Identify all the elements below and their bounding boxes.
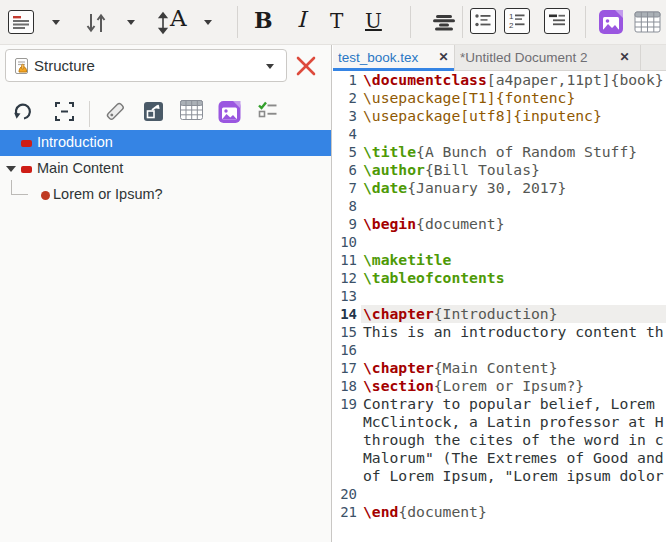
tab-label: *Untitled Document 2 [460, 50, 588, 65]
font-size-arrow-icon[interactable] [157, 11, 169, 35]
panel-toolbar-separator [89, 101, 90, 127]
code-line[interactable]: 15This is an introductory content th [333, 323, 666, 341]
code-line-text: This is an introductory content th [361, 323, 666, 341]
code-line[interactable]: McClintock, a Latin professor at H [333, 413, 666, 431]
references-icon[interactable] [84, 11, 108, 35]
code-line-text [361, 485, 666, 503]
toolbar-separator [585, 6, 586, 38]
code-line[interactable]: 2\usepackage[T1]{fontenc} [333, 89, 666, 107]
sectioning-dropdown-caret[interactable] [52, 20, 60, 25]
code-line[interactable]: 20 [333, 485, 666, 503]
structure-tree-item[interactable]: Introduction [0, 130, 331, 156]
tab-test-book[interactable]: test_book.tex ✕ [333, 45, 455, 71]
code-line[interactable]: 11\maketitle [333, 251, 666, 269]
tab-untitled-document[interactable]: *Untitled Document 2 ✕ [455, 45, 641, 71]
line-number: 8 [333, 197, 361, 215]
toolbar-separator [462, 6, 463, 38]
svg-text:2: 2 [509, 21, 514, 30]
tab-label: test_book.tex [338, 50, 418, 65]
references-dropdown-caret[interactable] [127, 20, 135, 25]
code-line[interactable]: 21\end{document} [333, 503, 666, 521]
insert-image-button[interactable] [598, 8, 625, 35]
bold-button[interactable]: B [254, 7, 273, 33]
code-line-text [361, 233, 666, 251]
main-toolbar: A B I T U [0, 0, 666, 45]
code-line-text [361, 125, 666, 143]
structure-tree-item[interactable]: Main Content [0, 156, 331, 182]
collapse-all-icon[interactable] [52, 99, 77, 124]
structure-tree-item[interactable]: Lorem or Ipsum? [0, 182, 331, 208]
close-panel-button[interactable] [294, 54, 318, 78]
italic-button[interactable]: I [297, 7, 306, 32]
tab-close-icon[interactable]: ✕ [437, 51, 450, 64]
code-line-text: McClintock, a Latin professor at H [361, 413, 666, 431]
code-line[interactable]: 1\documentclass[a4paper,11pt]{book} [333, 71, 666, 89]
code-line-text: Contrary to popular belief, Lorem [361, 395, 666, 413]
toolbar-separator [237, 6, 238, 38]
code-line[interactable]: 5\title{A Bunch of Random Stuff} [333, 143, 666, 161]
code-line[interactable]: 16 [333, 341, 666, 359]
source-code-view[interactable]: 1\documentclass[a4paper,11pt]{book}2\use… [333, 71, 666, 542]
center-environment-icon[interactable] [430, 11, 458, 33]
code-line[interactable]: 14\chapter{Introduction} [333, 305, 666, 323]
line-number: 7 [333, 179, 361, 197]
line-number: 2 [333, 89, 361, 107]
chevron-down-icon [266, 64, 274, 69]
code-line-text [361, 197, 666, 215]
line-number: 4 [333, 125, 361, 143]
enumerate-list-button[interactable]: 1 2 [504, 8, 530, 34]
structure-side-panel: Structure [0, 45, 332, 542]
line-number: 14 [333, 305, 361, 323]
line-number: 3 [333, 107, 361, 125]
typewriter-button[interactable]: T [330, 9, 343, 33]
line-number [333, 431, 361, 449]
side-panel-selector[interactable]: Structure [5, 49, 287, 82]
show-tables-icon[interactable] [179, 99, 204, 121]
line-number: 19 [333, 395, 361, 413]
code-line[interactable]: 19Contrary to popular belief, Lorem [333, 395, 666, 413]
insert-table-button[interactable] [634, 11, 661, 33]
code-line[interactable]: 6\author{Bill Toulas} [333, 161, 666, 179]
expander-arrow-icon[interactable] [6, 166, 16, 172]
font-size-letter[interactable]: A [170, 5, 187, 31]
code-line[interactable]: through the cites of the word in c [333, 431, 666, 449]
code-line[interactable]: 18\section{Lorem or Ipsum?} [333, 377, 666, 395]
sectioning-button[interactable] [8, 10, 34, 34]
show-includes-icon[interactable] [141, 99, 166, 124]
line-number: 18 [333, 377, 361, 395]
document-tabbar: test_book.tex ✕ *Untitled Document 2 ✕ [333, 45, 666, 71]
line-number: 12 [333, 269, 361, 287]
code-line[interactable]: 7\date{January 30, 2017} [333, 179, 666, 197]
font-size-dropdown-caret[interactable] [204, 20, 212, 25]
itemize-list-button[interactable] [470, 8, 496, 34]
show-images-icon[interactable] [217, 99, 242, 124]
code-line[interactable]: 10 [333, 233, 666, 251]
enumerate-list-icon: 1 2 [505, 9, 529, 33]
code-line[interactable]: 12\tableofcontents [333, 269, 666, 287]
code-line[interactable]: 3\usepackage[utf8]{inputenc} [333, 107, 666, 125]
toolbar-separator [410, 6, 411, 38]
code-line-text: through the cites of the word in c [361, 431, 666, 449]
code-line[interactable]: 9\begin{document} [333, 215, 666, 233]
code-line[interactable]: of Lorem Ipsum, "Lorem ipsum dolor [333, 467, 666, 485]
code-line[interactable]: Malorum" (The Extremes of Good and [333, 449, 666, 467]
description-list-button[interactable] [544, 8, 570, 34]
underline-button[interactable]: U [365, 9, 382, 33]
code-line[interactable]: 4 [333, 125, 666, 143]
show-todos-icon[interactable] [255, 99, 280, 124]
code-line-text: \section{Lorem or Ipsum?} [361, 377, 666, 395]
line-number: 17 [333, 359, 361, 377]
code-line[interactable]: 8 [333, 197, 666, 215]
tab-close-icon[interactable]: ✕ [618, 51, 631, 64]
structure-item-label: Main Content [37, 160, 123, 176]
structure-combo-icon [14, 57, 30, 75]
show-labels-icon[interactable] [103, 99, 128, 124]
code-line[interactable]: 17\chapter{Main Content} [333, 359, 666, 377]
line-number: 13 [333, 287, 361, 305]
code-line[interactable]: 13 [333, 287, 666, 305]
line-number [333, 449, 361, 467]
line-number: 1 [333, 71, 361, 89]
code-line-text: \end{document} [361, 503, 666, 521]
line-number: 10 [333, 233, 361, 251]
refresh-structure-icon[interactable] [11, 99, 36, 124]
